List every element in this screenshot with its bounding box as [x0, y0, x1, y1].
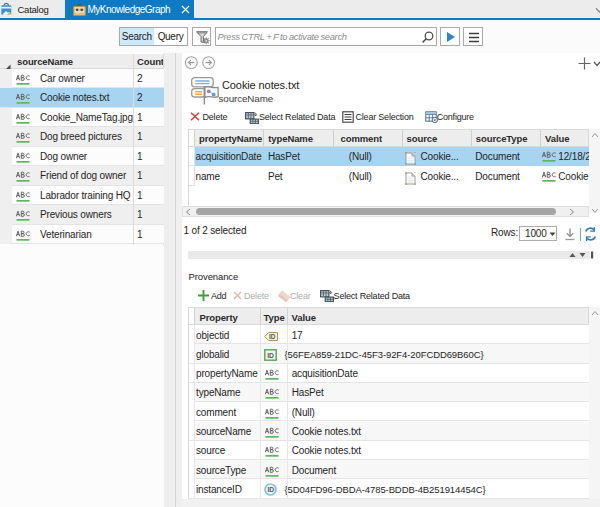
svg-text:ID: ID [269, 333, 276, 340]
svg-text:ID: ID [267, 486, 274, 493]
svg-text:ID: ID [267, 352, 274, 359]
